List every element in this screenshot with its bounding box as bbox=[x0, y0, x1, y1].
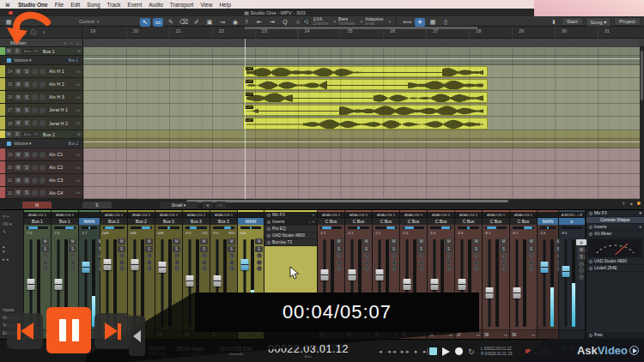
track-header-jerai-h-2[interactable]: 28MSJerai H 2∧∧ bbox=[0, 117, 83, 130]
monitor-button[interactable] bbox=[39, 81, 46, 87]
play-button[interactable] bbox=[442, 347, 450, 356]
channel-name[interactable]: C Bus bbox=[428, 218, 454, 225]
channel-solo-button[interactable]: S bbox=[472, 246, 480, 252]
monitor-dot[interactable] bbox=[147, 253, 152, 258]
channel-solo-button[interactable]: S bbox=[500, 246, 507, 252]
pan-control[interactable] bbox=[24, 225, 51, 231]
step-forward-button[interactable]: ► bbox=[414, 349, 419, 354]
record-dot[interactable] bbox=[474, 260, 479, 265]
song-page-button[interactable]: Song ▾ bbox=[586, 17, 612, 27]
mute-button[interactable]: M bbox=[15, 94, 21, 100]
channel-footer[interactable]: 39∧∧ bbox=[510, 329, 537, 339]
automation-dot[interactable] bbox=[43, 266, 48, 271]
marker-note-icon[interactable]: ♪ bbox=[76, 40, 79, 45]
mute-button[interactable]: M bbox=[5, 48, 12, 54]
record-arm-button[interactable] bbox=[32, 107, 38, 113]
arrange-lane[interactable] bbox=[83, 130, 644, 139]
track-header-alx-c1[interactable]: 29MSAlx C1∧∧ bbox=[0, 148, 83, 161]
channel-mute-button[interactable]: M bbox=[578, 247, 586, 253]
channel-mute-button[interactable]: M bbox=[445, 238, 453, 244]
track-header-alx-c3[interactable]: 31MSAlx C3∧∧ bbox=[0, 174, 83, 187]
fader-handle[interactable] bbox=[131, 259, 139, 270]
record-arm-button[interactable] bbox=[32, 190, 38, 196]
channel-name[interactable]: C Bus bbox=[455, 218, 482, 225]
volume-fader[interactable] bbox=[513, 238, 521, 329]
volume-fader[interactable] bbox=[562, 238, 570, 329]
automation-dot[interactable] bbox=[202, 266, 207, 271]
solo-all-button[interactable]: S bbox=[82, 202, 112, 208]
record-dot[interactable] bbox=[501, 260, 507, 265]
fast-forward-button[interactable]: ►► bbox=[400, 349, 410, 354]
channel-name[interactable]: MAIN bbox=[238, 218, 264, 225]
autoscroll-back-icon[interactable]: ⇤ bbox=[254, 18, 264, 27]
monitor-dot[interactable] bbox=[229, 253, 234, 258]
listen-tool-icon[interactable]: ◉ bbox=[230, 18, 240, 27]
mixer-link-icon[interactable]: ∞ bbox=[6, 214, 9, 219]
channel-name[interactable]: C Bus bbox=[400, 218, 427, 225]
volume-fader[interactable] bbox=[485, 238, 494, 329]
monitor-dot[interactable] bbox=[447, 253, 452, 258]
channel-mute-button[interactable]: M bbox=[145, 238, 153, 244]
channel-mute-button[interactable]: M bbox=[500, 238, 507, 244]
channel-strip-main[interactable]: MAIN -1.6 M S bbox=[538, 210, 559, 339]
menu-audio[interactable]: Audio bbox=[145, 2, 167, 8]
channel-mute-button[interactable]: M bbox=[118, 238, 125, 244]
automation-dot[interactable] bbox=[579, 275, 584, 280]
track-header-alx-h-3[interactable]: 26MSAlx H 3∧∧ bbox=[0, 91, 83, 104]
automation-dot[interactable] bbox=[257, 266, 262, 271]
automation-param[interactable]: Volume ▾ bbox=[14, 57, 66, 63]
channel-mute-button[interactable]: M bbox=[69, 238, 76, 244]
arrange-lane[interactable] bbox=[83, 161, 644, 174]
record-dot[interactable] bbox=[579, 268, 584, 273]
record-dot[interactable] bbox=[119, 260, 125, 265]
automation-dot[interactable] bbox=[474, 266, 479, 271]
channel-name[interactable]: Bus 1 bbox=[24, 218, 51, 225]
pan-control[interactable] bbox=[455, 225, 482, 231]
fader-handle[interactable] bbox=[186, 275, 194, 287]
monitor-dot[interactable] bbox=[392, 253, 397, 258]
bend-tool-icon[interactable]: ↝ bbox=[217, 18, 228, 27]
marker-lane[interactable] bbox=[83, 39, 640, 47]
arrange-lane[interactable]: 1.07 bbox=[83, 104, 644, 117]
master-mixfx-header[interactable]: Mix FX▾ bbox=[586, 210, 644, 217]
menu-studio-one[interactable]: Studio One bbox=[15, 2, 52, 8]
record-arm-button[interactable] bbox=[32, 178, 38, 184]
monitor-button[interactable] bbox=[39, 107, 46, 113]
fader-handle[interactable] bbox=[214, 275, 222, 287]
fader-handle[interactable] bbox=[562, 266, 570, 277]
lindell-insert-master[interactable]: Lindell 254E bbox=[586, 265, 644, 272]
arrange-lane[interactable] bbox=[83, 139, 644, 148]
monitor-dot[interactable] bbox=[257, 253, 262, 258]
track-header-jerai-h-1[interactable]: 27MSJerai H 1∧∧ bbox=[0, 104, 83, 117]
track-header-alx-h-1[interactable]: 24MSAlx H 1∧∧ bbox=[0, 65, 83, 78]
channel-solo-button[interactable]: S bbox=[390, 246, 398, 252]
volume-value[interactable]: -7.5 bbox=[53, 231, 59, 237]
channel-footer[interactable] bbox=[559, 329, 585, 339]
project-page-button[interactable]: Project bbox=[614, 17, 641, 26]
solo-button[interactable]: S bbox=[23, 81, 30, 87]
snap-toggle-icon[interactable]: ✛ bbox=[415, 18, 425, 27]
channel-mute-button[interactable]: M bbox=[472, 238, 480, 244]
automation-lane-header[interactable]: Volume ▾Bus 2 bbox=[0, 139, 83, 148]
channel-name[interactable]: MAIN bbox=[538, 218, 558, 225]
channel-name[interactable]: Bus 3 bbox=[183, 218, 210, 225]
channel-mute-button[interactable]: M bbox=[41, 238, 49, 244]
arrange-lane[interactable] bbox=[83, 174, 644, 187]
solo-button[interactable]: S bbox=[14, 131, 21, 137]
fader-handle[interactable] bbox=[404, 279, 411, 290]
insert-slot-burnley-73[interactable]: Burnley 73 bbox=[264, 239, 317, 246]
fader-handle[interactable] bbox=[159, 262, 167, 273]
automation-dot[interactable] bbox=[364, 266, 369, 271]
fader-handle[interactable] bbox=[241, 259, 249, 270]
solo-button[interactable]: S bbox=[23, 69, 30, 75]
volume-value[interactable]: -2.1 bbox=[319, 231, 325, 237]
wrench-icon[interactable]: ✎ bbox=[0, 227, 23, 235]
channel-name[interactable]: C Bus bbox=[373, 218, 399, 225]
pan-control[interactable] bbox=[428, 225, 454, 231]
eraser-tool-icon[interactable]: ⌫ bbox=[179, 18, 189, 27]
channel-name[interactable]: Bus 2 bbox=[128, 218, 155, 225]
studer-insert-master[interactable]: UAD Studer A800 bbox=[586, 258, 644, 265]
channel-solo-button[interactable]: S bbox=[527, 246, 535, 252]
channel-solo-button[interactable]: S bbox=[445, 246, 453, 252]
pan-control[interactable] bbox=[210, 225, 237, 231]
